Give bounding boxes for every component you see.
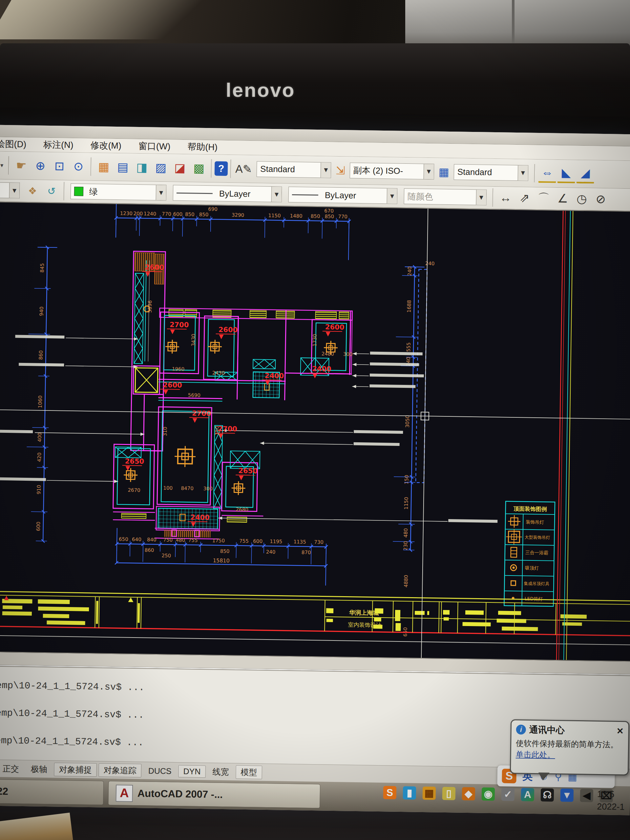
zoom-previous-icon[interactable]: ⊙ [69,158,88,175]
taskbar-autocad-button[interactable]: A AutoCAD 2007 -... [108,781,320,808]
leader-arrow [352,374,356,377]
chevron-down-icon[interactable]: ▼ [518,165,528,180]
wechat-icon[interactable]: ◉ [482,788,495,801]
chevron-down-icon[interactable]: ▼ [476,190,486,205]
cad-shape [43,248,47,541]
aligned-dimension-icon[interactable]: ⇗ [515,189,534,207]
balloon-link[interactable]: 单击此处。 [515,749,623,761]
cad-shape [393,601,393,632]
cad-shape [35,433,144,434]
legend-label: 集成吊顶灯具 [524,581,549,586]
text-style-combo[interactable]: Standard ▼ [257,161,332,178]
help-icon[interactable]: ? [215,161,228,176]
calendar-icon[interactable]: ▦ [423,786,436,800]
layer-combo-cropped[interactable]: ▼ [0,181,20,199]
chevron-down-icon[interactable]: ▼ [321,163,331,177]
height-arrow [313,374,317,378]
quickcalc-icon[interactable]: ▩ [190,159,208,177]
toggle-ducs[interactable]: DUCS [144,764,177,777]
cad-shape [15,335,64,338]
menu-modify[interactable]: 修改(M) [90,139,122,152]
cad-shape [398,524,415,524]
drawing-area[interactable]: 1230200124077060085085032901150148085085… [0,200,630,662]
mouse-icon[interactable]: ☊ [541,788,554,802]
autodesk-icon[interactable]: A [521,788,535,801]
corner-tool-icon[interactable]: ◣ [557,164,575,183]
leader-arrow [352,363,356,366]
cad-shape [188,521,207,522]
chevron-down-icon[interactable]: ▼ [156,185,166,200]
info-icon: i [516,725,526,734]
revision-triangle [4,595,8,600]
cad-shape [326,608,333,613]
palette-icon[interactable]: ▦ [95,158,113,176]
dim-text: 150 [214,426,220,436]
chevron-down-icon[interactable]: ▼ [387,189,397,204]
cad-shape [276,311,294,318]
dimension-tool-icon[interactable]: ⇔ [538,163,556,183]
cad-shape [143,541,143,562]
chevron-down-icon[interactable]: ▼ [423,164,434,179]
markup-icon[interactable]: ◪ [171,159,189,177]
layer-previous-icon[interactable]: ↺ [43,182,61,200]
legend-title: 顶面装饰图例 [513,505,547,513]
linetype-combo[interactable]: ByLayer ▼ [173,185,282,202]
volume-icon[interactable]: ◀ [580,789,594,802]
usb-ok-icon[interactable]: ✓ [501,788,515,801]
usb-shield-icon[interactable]: ▯ [442,787,456,800]
menu-draw[interactable]: 绘图(D) [0,138,26,150]
project-name: 华润上海城 [349,609,379,616]
toggle-lineweight[interactable]: 线宽 [207,765,234,778]
cad-shape [182,216,183,237]
sogou-s-icon[interactable]: S [383,786,397,799]
make-layer-current-icon[interactable]: ❖ [24,182,42,200]
color-combo[interactable]: 绿 ▼ [71,183,167,201]
leader-arrow [134,337,138,341]
table-style-combo[interactable]: Standard ▼ [453,164,528,181]
toggle-polar[interactable]: 极轴 [26,762,52,776]
redo-dropdown-icon[interactable]: ▾ [0,161,6,169]
toggle-otrack[interactable]: 对象追踪 [99,763,142,777]
dim-style-combo[interactable]: 副本 (2) ISO- ▼ [349,163,434,180]
properties-icon[interactable]: ▤ [114,158,132,176]
linear-dimension-icon[interactable]: ↔ [496,189,515,207]
tencent-shield-icon[interactable]: ▼ [561,788,574,802]
plot-style-combo[interactable]: 随颜色 ▼ [404,188,487,205]
dim-text: 850 [325,213,334,219]
cad-shape [65,366,137,367]
dim-text: 850 [220,548,230,554]
cad-shape [288,543,289,559]
arc-dimension-icon[interactable]: ⌒ [535,189,553,207]
angular-dimension-icon[interactable]: ◷ [573,190,591,208]
toggle-dyn[interactable]: DYN [178,765,205,778]
ceiling-height-label: 2700 [170,321,189,329]
autocad-icon: A [115,785,133,802]
cad-shape [0,635,630,645]
quick-dimension-icon[interactable]: ⊘ [592,190,609,208]
designcenter-icon[interactable]: ◨ [133,158,151,176]
lineweight-combo[interactable]: ByLayer ▼ [289,187,398,204]
chevron-down-icon[interactable]: ▼ [272,187,282,202]
ordinate-dimension-icon[interactable]: ∠ [554,189,572,208]
cad-canvas[interactable]: 1230200124077060085085032901150148085085… [0,201,630,661]
zoom-window-icon[interactable]: ⊡ [51,157,69,175]
dim-text: 840 [147,537,156,542]
sheetset-icon[interactable]: ▨ [152,158,170,177]
pan-hand-icon[interactable]: ☛ [13,156,30,175]
zoom-realtime-icon[interactable]: ⊕ [32,157,49,175]
toggle-osnap[interactable]: 对象捕捉 [54,763,97,777]
security-shield-icon[interactable]: ◆ [462,787,475,801]
taskbar-folder-button[interactable]: H:\CAD\2022 [0,778,104,805]
menu-help[interactable]: 帮助(H) [187,141,218,153]
dim-text: 200 [133,211,143,216]
close-icon[interactable]: ✕ [617,726,624,736]
dim-text: 600 [35,521,41,531]
menu-dimension[interactable]: 标注(N) [43,139,74,151]
usb-icon[interactable]: ▮ [403,786,416,800]
menu-window[interactable]: 窗口(W) [139,140,171,152]
model-space-button[interactable]: 模型 [235,765,262,779]
corner-tool-icon[interactable]: ◢ [576,164,594,184]
taskbar-clock[interactable]: 13:5 2022-1 [597,788,630,813]
toggle-ortho[interactable]: 正交 [0,761,24,775]
chevron-down-icon[interactable]: ▼ [9,183,20,198]
